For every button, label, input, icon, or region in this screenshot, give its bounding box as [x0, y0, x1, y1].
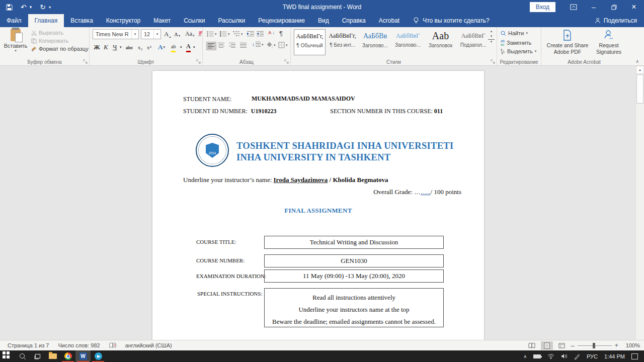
vertical-scrollbar[interactable]: ▲ [635, 66, 644, 340]
change-case-button[interactable]: Aa▾ [185, 30, 195, 38]
proofing-icon[interactable] [105, 342, 121, 348]
scrollbar-thumb[interactable] [636, 74, 643, 104]
undo-dropdown-icon[interactable]: ▾ [30, 5, 32, 10]
start-button[interactable] [0, 350, 15, 362]
taskbar-search-icon[interactable] [15, 350, 30, 362]
share-button[interactable]: Поделиться [595, 14, 644, 27]
language-switcher[interactable]: РУС [587, 353, 598, 359]
sign-in-button[interactable]: Вход [530, 2, 555, 12]
font-size-combo[interactable]: 12 ▾ [141, 29, 161, 39]
find-button[interactable]: Найти▾ [501, 30, 528, 36]
read-mode-icon[interactable] [526, 341, 538, 350]
paste-button[interactable]: Вставить ▾ [3, 29, 29, 57]
action-center-icon[interactable] [631, 353, 638, 359]
highlight-color-button[interactable]: ab [171, 42, 176, 52]
zoom-slider[interactable] [578, 345, 612, 346]
style-heading2[interactable]: АаБбВвГ Заголово... [392, 29, 424, 55]
sort-button[interactable]: А↓ [268, 30, 275, 35]
font-name-combo[interactable]: Times New R ▾ [93, 29, 139, 39]
page-indicator[interactable]: Страница 1 из 7 [3, 342, 53, 348]
restore-button[interactable] [604, 0, 624, 14]
zoom-slider-thumb[interactable] [593, 343, 595, 348]
justify-button[interactable] [240, 43, 247, 48]
volume-icon[interactable] [561, 353, 568, 359]
tab-references[interactable]: Ссылки [177, 14, 211, 27]
font-color-dropdown-icon[interactable]: ▾ [193, 42, 195, 52]
paste-dropdown-icon[interactable]: ▾ [15, 49, 17, 53]
file-explorer-icon[interactable] [45, 350, 60, 362]
style-subtitle[interactable]: АаБбВвГ Подзагол... [457, 29, 489, 55]
replace-button[interactable]: abac Заменить [501, 39, 531, 46]
customize-qat-icon[interactable]: ▾ [49, 5, 51, 10]
multilevel-list-button[interactable]: ▾ [233, 31, 243, 37]
zoom-out-button[interactable]: – [571, 342, 575, 349]
wifi-icon[interactable] [547, 353, 554, 359]
font-color-button[interactable]: А [186, 42, 191, 52]
clipboard-dialog-launcher-icon[interactable] [83, 59, 88, 64]
style-normal[interactable]: АаБбВвГг, ¶ Обычный [294, 29, 326, 55]
increase-indent-button[interactable] [257, 31, 264, 37]
font-dialog-launcher-icon[interactable] [196, 59, 201, 64]
show-paragraph-marks-button[interactable]: ¶ [279, 30, 283, 37]
strikethrough-button[interactable]: abc [126, 42, 133, 52]
align-center-button[interactable] [218, 43, 225, 48]
bullets-button[interactable]: ▾ [207, 31, 217, 37]
copy-button[interactable]: Копировать [31, 38, 89, 44]
document-page[interactable]: STUDENT NAME: MUKHAMMADSAID MAMASAIDOV S… [152, 71, 484, 340]
chevron-down-icon[interactable]: ▾ [131, 30, 138, 39]
shrink-font-button[interactable]: A▾ [174, 31, 180, 37]
create-share-pdf-button[interactable]: Create and Share Adobe PDF [543, 30, 592, 55]
minimize-button[interactable]: – [584, 0, 604, 14]
align-right-button[interactable] [229, 43, 236, 48]
tab-home[interactable]: Главная [28, 14, 64, 27]
tab-insert[interactable]: Вставка [64, 14, 100, 27]
language-indicator[interactable]: английский (США) [121, 342, 177, 348]
styles-dialog-launcher-icon[interactable] [491, 59, 495, 64]
tab-design[interactable]: Конструктор [100, 14, 147, 27]
undo-icon[interactable]: ↶ [21, 4, 27, 11]
subscript-button[interactable]: x₂ [138, 42, 142, 52]
bold-button[interactable]: Ж [94, 42, 100, 52]
tab-view[interactable]: Вид [311, 14, 336, 27]
tab-file[interactable]: Файл [0, 14, 28, 27]
battery-icon[interactable] [533, 354, 541, 358]
borders-button[interactable]: ▾ [278, 42, 288, 48]
word-count[interactable]: Число слов: 982 [53, 342, 104, 348]
scroll-up-icon[interactable]: ▲ [636, 66, 644, 74]
tell-me-box[interactable]: Что вы хотите сделать? [406, 14, 497, 27]
styles-scroll-down-icon[interactable]: ▾ [488, 34, 495, 38]
pen-icon[interactable] [574, 353, 580, 359]
styles-scroll-up-icon[interactable]: ▴ [488, 29, 495, 33]
save-icon[interactable] [6, 4, 13, 11]
zoom-level[interactable]: 100% [621, 342, 641, 348]
print-layout-icon[interactable] [541, 341, 553, 350]
close-button[interactable]: × [624, 0, 644, 14]
line-spacing-button[interactable]: ↕ ▾ [252, 42, 264, 47]
format-painter-button[interactable]: Формат по образцу [31, 46, 89, 52]
request-signatures-button[interactable]: Request Signatures [593, 30, 625, 55]
clock[interactable]: 1:44 PM [604, 353, 625, 359]
web-layout-icon[interactable] [556, 341, 568, 350]
style-title[interactable]: Aab Заголовок [425, 29, 456, 55]
numbering-button[interactable]: ▾ [220, 31, 230, 37]
highlight-dropdown-icon[interactable]: ▾ [180, 42, 182, 52]
style-no-spacing[interactable]: АаБбВвГг, ¶ Без инт... [327, 29, 358, 55]
tab-review[interactable]: Рецензирование [252, 14, 311, 27]
cut-button[interactable]: Вырезать [31, 30, 89, 36]
redo-icon[interactable]: ↻ [40, 4, 46, 11]
tab-acrobat[interactable]: Acrobat [372, 14, 406, 27]
tab-help[interactable]: Справка [336, 14, 372, 27]
underline-dropdown-icon[interactable]: ▾ [120, 42, 122, 52]
decrease-indent-button[interactable] [247, 31, 254, 37]
styles-more-icon[interactable]: ▾ [488, 39, 495, 44]
tray-chevron-icon[interactable]: ∧ [523, 354, 527, 359]
task-view-icon[interactable] [30, 350, 45, 362]
telegram-icon[interactable] [91, 350, 106, 362]
select-button[interactable]: Выделить▾ [501, 48, 536, 54]
paragraph-dialog-launcher-icon[interactable] [284, 59, 289, 64]
collapse-ribbon-icon[interactable]: ∧ [635, 59, 639, 64]
text-effects-button[interactable]: A▾ [158, 42, 165, 52]
word-taskbar-icon[interactable]: W [75, 350, 91, 362]
tab-layout[interactable]: Макет [147, 14, 177, 27]
tab-mailings[interactable]: Рассылки [211, 14, 252, 27]
